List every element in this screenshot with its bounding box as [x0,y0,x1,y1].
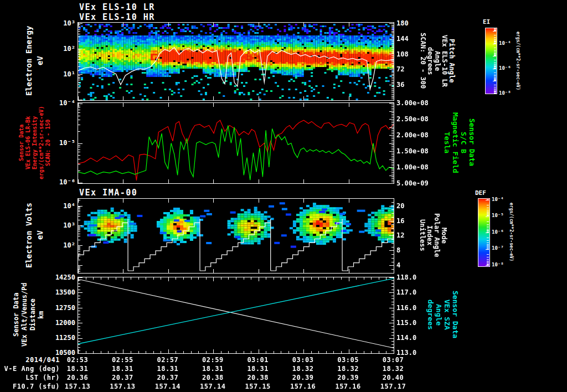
p1-right-tick: 36 [396,81,404,89]
footer-times-1: 02:55 [103,356,142,364]
p4-right-tick: 117.0 [396,288,416,296]
footer-row-label-0: V-E Ang (deg) [0,365,60,373]
cb-def-tick: 10⁻⁸ [492,262,504,267]
p1-right-title-4: SCAN: 20 - 300 [417,22,427,100]
cb-ei-tick: 10⁻⁸ [499,90,511,96]
footer-times-3: 02:59 [193,356,232,364]
footer-ve_ang-6: 18.32 [329,365,368,373]
footer-lst-3: 20.38 [193,374,232,381]
p2-right-tick: 5.00e-09 [396,179,429,187]
p2-right-tick: 1.50e-08 [396,147,429,155]
p4-right-tick: 116.0 [396,304,416,312]
colorbar-ei-ticks [486,28,497,94]
ima-axis-ticks [78,199,394,273]
footer-ve_ang-1: 18.31 [103,365,142,373]
footer-f107-4: 157.15 [239,383,277,390]
footer-f107-3: 157.14 [193,383,232,390]
footer-row-label-2: F10.7 (sfu) [0,383,60,390]
cb-def-tick: 10⁻⁵ [492,213,504,218]
p2-right-tick: 3.00e-08 [396,99,429,107]
altitude-sza-panel [78,277,394,354]
footer-ve_ang-0: 18.31 [58,365,97,373]
colorbar-ei-units: ergs/(cm**2-sr-sec-eV) [514,27,520,95]
footer-lst-2: 20.37 [148,374,187,381]
cb-ei-tick: 10⁻⁴ [499,40,511,46]
footer-f107-6: 157.16 [329,383,368,390]
footer-lst-1: 20.37 [103,374,142,381]
cb-ei-tick: 10⁻⁶ [499,65,511,71]
p1-right-tick: 144 [396,35,409,43]
footer-f107-0: 157.13 [58,383,97,390]
footer-ve_ang-3: 18.31 [193,365,232,373]
footer-times-6: 03:05 [329,356,368,364]
footer-ve_ang-2: 18.31 [148,365,187,373]
p3-right-tick: 4 [396,261,400,269]
p2-right-tick: 1.00e-08 [396,163,429,171]
p2-right-tick: 2.00e-08 [396,131,429,139]
p4-left-title-3: km [37,277,47,353]
p1-left-title-0: Electron Energy [24,22,35,100]
panel3-title: VEx IMA-00 [79,188,137,198]
colorbar-def-units: ergs/(cm**2-sr-sec-eV) [507,197,514,267]
footer-f107-1: 157.13 [103,383,142,390]
els-spectrogram-panel [78,22,394,101]
p3-right-tick: 16 [396,217,404,225]
p1-right-tick: 72 [396,65,404,73]
p1-right-tick: 180 [396,19,409,27]
footer-lst-5: 20.39 [284,374,322,381]
p3-right-tick: 8 [396,246,400,254]
footer-times-7: 03:07 [374,356,413,364]
footer-times-2: 02:57 [148,356,187,364]
p4-right-tick: 113.0 [396,349,416,357]
footer-times-0: 02:53 [58,356,97,364]
footer-lst-6: 20.39 [329,374,368,381]
p4-right-tick: 115.0 [396,319,416,327]
intensity-axis-ticks [78,103,394,183]
footer-lst-0: 20.36 [58,374,97,381]
footer-row-label-1: LST (hr) [0,374,60,381]
colorbar-def [478,198,490,267]
footer-f107-7: 157.17 [374,383,413,390]
p3-left-title-0: Electron Volts [24,198,35,272]
p1-right-tick: 108 [396,50,409,58]
p3-right-tick: 20 [396,202,404,210]
ima-spectrogram-panel [78,198,394,274]
footer-times-5: 03:03 [284,356,322,364]
p4-right-tick: 118.0 [396,274,416,281]
els-axis-ticks [78,23,394,100]
colorbar-ei [485,28,497,94]
p4-right-tick: 114.0 [396,334,416,342]
footer-ve_ang-4: 18.31 [239,365,277,373]
footer-ve_ang-5: 18.32 [284,365,322,373]
intensity-bfield-panel [78,102,394,184]
cb-def-tick: 10⁻⁷ [492,245,504,251]
cb-def-tick: 10⁻⁴ [492,197,504,202]
p3-left-title-1: eV [35,198,46,272]
p2-right-tick: 2.50e-08 [396,115,429,123]
footer-date: 2014/041 [0,356,60,364]
p3-right-title-3: Unitless [417,198,426,272]
colorbar-ei-title: EI [483,18,490,25]
p2-right-title-3: Tesla [441,102,451,183]
footer-lst-7: 20.40 [374,374,413,381]
vex-multipanel-plot: VEx ELS-10 LR VEx ELS-10 HR VEx IMA-00 1… [0,0,567,392]
colorbar-def-ticks [478,199,489,266]
footer-ve_ang-7: 18.32 [374,365,413,373]
p2-left-title-4: SCAN: 20 - 150 [45,102,53,183]
p4-right-title-3: degrees [425,277,435,353]
p1-left-title-1: eV [35,22,46,100]
colorbar-def-title: DEF [475,189,486,197]
cb-def-tick: 10⁻⁶ [492,229,504,235]
footer-times-4: 03:01 [239,356,277,364]
panel1-title-line1: VEx ELS-10 LR [79,2,155,12]
footer-f107-2: 157.14 [148,383,187,390]
p3-right-tick: 12 [396,231,404,239]
altitude-axis-ticks [78,277,394,353]
panel1-title-line2: VEx ELS-10 HR [79,12,155,22]
footer-f107-5: 157.16 [284,383,322,390]
footer-lst-4: 20.38 [239,374,277,381]
